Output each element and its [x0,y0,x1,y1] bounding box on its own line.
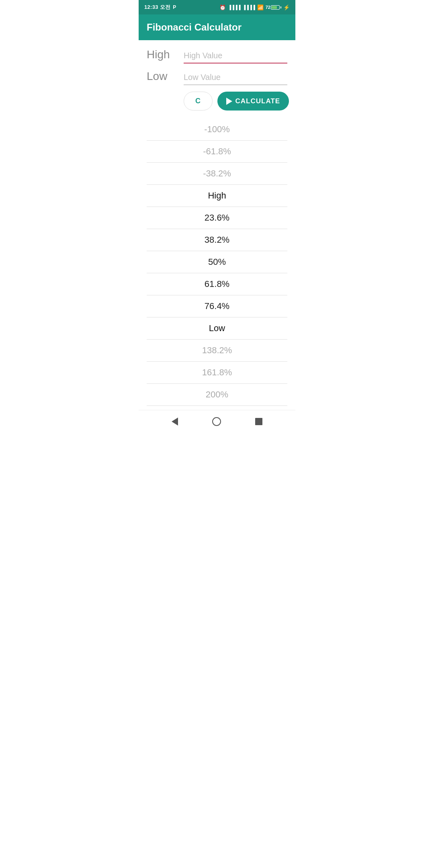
table-row: 23.6% [147,207,287,229]
high-label: High [147,48,179,63]
result-cell: -61.8% [147,141,287,163]
table-row: 76.4% [147,295,287,317]
table-row: 200% [147,384,287,406]
low-input[interactable] [184,71,287,85]
clear-button[interactable]: C [184,92,213,111]
low-input-row: Low [147,70,287,85]
buttons-row: C CALCULATE [184,92,287,111]
calculate-label: CALCULATE [235,97,280,105]
calculate-button[interactable]: CALCULATE [217,92,289,111]
table-row: -61.8% [147,141,287,163]
result-cell: -38.2% [147,163,287,185]
result-cell: 200% [147,384,287,406]
signal-icon-1: ▐▐▐▐ [228,5,240,10]
wifi-icon: 📶 [257,4,264,10]
home-button[interactable] [212,417,221,426]
high-input[interactable] [184,49,287,63]
alarm-icon: ⏰ [219,4,226,10]
high-input-wrap [184,49,287,63]
table-row: 161.8% [147,362,287,384]
battery-level: 72 [266,5,270,10]
battery-body [271,5,280,10]
status-time: 12:33 오전 [144,4,170,11]
table-row: -100% [147,119,287,141]
table-row: 38.2% [147,229,287,251]
table-row: 61.8% [147,273,287,295]
result-cell: Low [147,317,287,340]
result-cell: 138.2% [147,340,287,362]
result-cell: 61.8% [147,273,287,295]
result-cell: -100% [147,119,287,141]
low-label: Low [147,70,179,85]
app-header: Fibonacci Calculator [139,14,295,40]
p-icon: P [173,4,176,10]
result-cell: 50% [147,251,287,273]
table-row: High [147,185,287,207]
battery-fill [272,6,277,9]
results-table: -100%-61.8%-38.2%High23.6%38.2%50%61.8%7… [147,119,287,406]
battery-icon: 72 [266,5,281,10]
table-row: 50% [147,251,287,273]
status-bar: 12:33 오전 P ⏰ ▐▐▐▐ ▐▐▐▐ 📶 72 ⚡ [139,0,295,14]
stop-button[interactable] [255,418,262,425]
table-row: Low [147,317,287,340]
battery-tip [280,6,281,8]
app-title: Fibonacci Calculator [147,22,287,33]
table-row: 138.2% [147,340,287,362]
nav-bar [139,410,295,432]
back-button[interactable] [172,418,178,426]
high-input-row: High [147,48,287,63]
result-cell: 38.2% [147,229,287,251]
result-cell: 23.6% [147,207,287,229]
play-icon [226,98,232,105]
result-cell: High [147,185,287,207]
status-icons: ⏰ ▐▐▐▐ ▐▐▐▐ 📶 72 ⚡ [219,4,290,10]
signal-icon-2: ▐▐▐▐ [243,5,255,10]
table-row: -38.2% [147,163,287,185]
main-content: High Low C CALCULATE -100%-61.8%-38.2%Hi… [139,40,295,410]
result-cell: 161.8% [147,362,287,384]
low-input-wrap [184,71,287,85]
charging-icon: ⚡ [283,4,290,10]
result-cell: 76.4% [147,295,287,317]
